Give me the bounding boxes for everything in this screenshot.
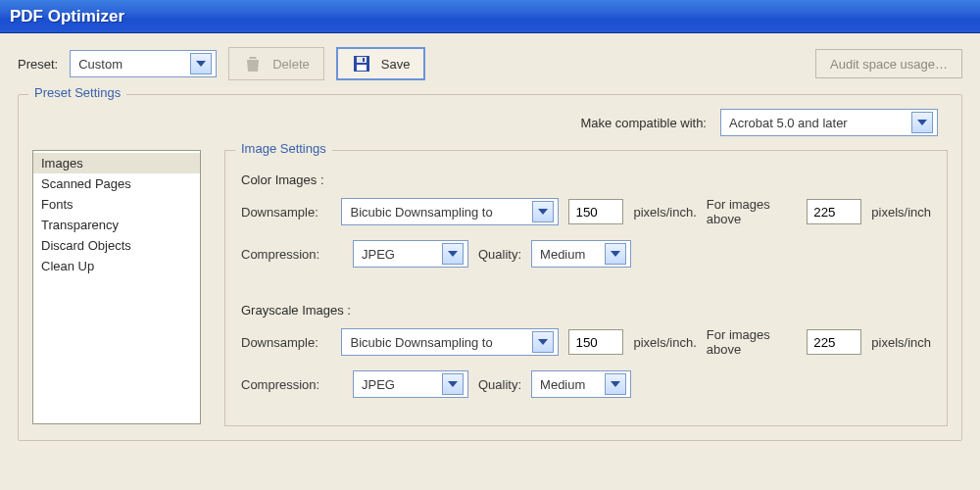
color-downsample-select[interactable]: Bicubic Downsampling to xyxy=(341,198,559,225)
image-settings-fieldset: Image Settings Color Images : Downsample… xyxy=(224,150,948,426)
toolbar: Preset: Custom Delete Save Audit space u… xyxy=(18,47,962,80)
category-item-clean-up[interactable]: Clean Up xyxy=(33,256,200,276)
color-downsample-row: Downsample: Bicubic Downsampling to pixe… xyxy=(241,197,931,226)
floppy-save-icon xyxy=(352,54,371,74)
titlebar: PDF Optimizer xyxy=(0,0,980,33)
window-title: PDF Optimizer xyxy=(10,7,124,26)
preset-label: Preset: xyxy=(18,57,58,72)
ppi-unit-label-2: pixels/inch xyxy=(871,205,931,220)
color-images-heading: Color Images : xyxy=(241,172,931,187)
color-quality-select[interactable]: Medium xyxy=(531,240,631,268)
chevron-down-icon xyxy=(605,243,626,265)
ppi-unit-label: pixels/inch. xyxy=(633,205,696,220)
compression-label: Compression: xyxy=(241,377,343,392)
grayscale-compression-select[interactable]: JPEG xyxy=(353,370,468,398)
category-item-fonts[interactable]: Fonts xyxy=(33,194,200,215)
chevron-down-icon xyxy=(190,53,212,74)
chevron-down-icon xyxy=(605,373,626,395)
settings-body: Images Scanned Pages Fonts Transparency … xyxy=(32,150,948,426)
content-area: Preset: Custom Delete Save Audit space u… xyxy=(0,33,980,451)
save-button[interactable]: Save xyxy=(336,47,426,80)
for-images-above-label: For images above xyxy=(707,327,798,357)
delete-button-label: Delete xyxy=(272,57,310,72)
grayscale-compression-value: JPEG xyxy=(362,377,436,392)
preset-select-value: Custom xyxy=(78,57,184,72)
grayscale-compression-row: Compression: JPEG Quality: Medium xyxy=(241,370,931,398)
color-downsample-value: Bicubic Downsampling to xyxy=(350,205,526,220)
color-downsample-ppi-input[interactable] xyxy=(568,199,623,224)
downsample-label: Downsample: xyxy=(241,205,331,220)
compression-label: Compression: xyxy=(241,247,343,262)
ppi-unit-label-2: pixels/inch xyxy=(871,335,931,350)
compatibility-select-value: Acrobat 5.0 and later xyxy=(729,116,906,130)
category-item-scanned-pages[interactable]: Scanned Pages xyxy=(33,173,200,194)
settings-panel: Image Settings Color Images : Downsample… xyxy=(224,150,948,426)
audit-button-label: Audit space usage… xyxy=(830,57,948,72)
chevron-down-icon xyxy=(532,331,554,353)
svg-rect-3 xyxy=(363,58,365,62)
chevron-down-icon xyxy=(911,112,933,133)
audit-space-usage-button[interactable]: Audit space usage… xyxy=(815,49,962,78)
category-item-transparency[interactable]: Transparency xyxy=(33,215,200,235)
grayscale-images-heading: Grayscale Images : xyxy=(241,303,931,318)
color-above-ppi-input[interactable] xyxy=(807,199,861,224)
compatibility-select[interactable]: Acrobat 5.0 and later xyxy=(720,109,938,136)
category-item-images[interactable]: Images xyxy=(33,153,200,173)
grayscale-downsample-value: Bicubic Downsampling to xyxy=(350,335,526,350)
downsample-label: Downsample: xyxy=(241,335,331,350)
color-compression-value: JPEG xyxy=(362,247,436,262)
svg-rect-2 xyxy=(357,65,367,71)
grayscale-downsample-row: Downsample: Bicubic Downsampling to pixe… xyxy=(241,327,931,357)
grayscale-above-ppi-input[interactable] xyxy=(807,329,861,355)
delete-button: Delete xyxy=(228,47,324,80)
quality-label: Quality: xyxy=(478,247,521,262)
preset-settings-legend: Preset Settings xyxy=(28,85,126,100)
color-compression-row: Compression: JPEG Quality: Medium xyxy=(241,240,931,268)
image-settings-legend: Image Settings xyxy=(235,141,332,156)
compatibility-row: Make compatible with: Acrobat 5.0 and la… xyxy=(32,105,948,150)
save-button-label: Save xyxy=(381,57,411,72)
grayscale-downsample-select[interactable]: Bicubic Downsampling to xyxy=(341,328,559,356)
svg-rect-1 xyxy=(357,57,367,63)
color-compression-select[interactable]: JPEG xyxy=(353,240,468,268)
quality-label: Quality: xyxy=(478,377,521,392)
color-quality-value: Medium xyxy=(540,247,599,262)
chevron-down-icon xyxy=(442,373,464,395)
chevron-down-icon xyxy=(442,243,464,265)
grayscale-quality-select[interactable]: Medium xyxy=(531,370,631,398)
category-list[interactable]: Images Scanned Pages Fonts Transparency … xyxy=(32,150,201,424)
grayscale-quality-value: Medium xyxy=(540,377,599,392)
ppi-unit-label: pixels/inch. xyxy=(633,335,696,350)
chevron-down-icon xyxy=(532,201,554,222)
trash-icon xyxy=(243,54,263,74)
category-item-discard-objects[interactable]: Discard Objects xyxy=(33,235,200,256)
for-images-above-label: For images above xyxy=(707,197,798,226)
grayscale-downsample-ppi-input[interactable] xyxy=(568,329,623,355)
preset-select[interactable]: Custom xyxy=(70,50,217,77)
compatibility-label: Make compatible with: xyxy=(580,116,707,130)
preset-settings-fieldset: Preset Settings Make compatible with: Ac… xyxy=(18,94,962,441)
